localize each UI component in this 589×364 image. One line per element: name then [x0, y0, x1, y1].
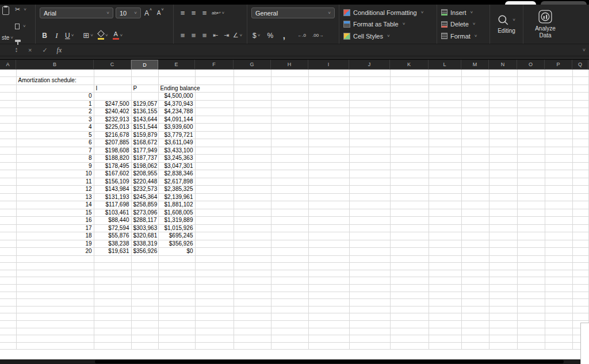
cell[interactable]: $273,096	[131, 209, 158, 217]
cell[interactable]	[572, 124, 588, 132]
cell[interactable]	[545, 299, 572, 306]
cell[interactable]	[349, 277, 390, 285]
cell[interactable]	[429, 224, 461, 232]
cell[interactable]	[390, 217, 429, 225]
cell[interactable]: $88,440	[94, 217, 131, 225]
percent-button[interactable]: %	[265, 30, 275, 41]
cell[interactable]	[390, 147, 429, 155]
cell[interactable]	[234, 124, 271, 132]
column-header-Q[interactable]: Q	[572, 60, 588, 70]
cell[interactable]	[572, 93, 588, 101]
cell[interactable]	[545, 277, 572, 285]
cell[interactable]	[271, 335, 308, 343]
cell[interactable]	[489, 299, 517, 306]
cell[interactable]	[271, 328, 308, 335]
cell[interactable]	[461, 131, 489, 139]
cell[interactable]	[158, 299, 195, 306]
cell[interactable]	[517, 201, 545, 209]
cell[interactable]	[234, 209, 271, 217]
cell[interactable]	[429, 255, 461, 263]
cell[interactable]	[271, 270, 308, 277]
cell[interactable]: $19,631	[94, 248, 131, 256]
cell[interactable]: $356,926	[158, 240, 195, 248]
cell[interactable]: $232,573	[131, 186, 158, 194]
cell[interactable]	[461, 209, 489, 217]
cell[interactable]: $156,109	[94, 178, 131, 186]
cell[interactable]	[0, 131, 16, 139]
copy-button[interactable]: ˅	[15, 24, 33, 29]
cut-button[interactable]: ✂˅	[15, 6, 33, 13]
cell[interactable]	[517, 313, 545, 321]
cell[interactable]	[195, 209, 234, 217]
cell[interactable]	[158, 255, 195, 263]
cell[interactable]	[195, 93, 234, 101]
cell[interactable]	[0, 162, 16, 170]
cell[interactable]	[308, 100, 349, 108]
cell[interactable]	[489, 108, 517, 116]
cell[interactable]	[572, 178, 588, 186]
cell[interactable]	[195, 240, 234, 248]
cell[interactable]	[349, 232, 390, 240]
cell[interactable]	[234, 217, 271, 225]
cell[interactable]	[429, 85, 461, 93]
cell[interactable]	[308, 270, 349, 277]
cell[interactable]	[234, 178, 271, 186]
cell[interactable]	[131, 328, 158, 335]
cell[interactable]	[517, 248, 545, 256]
enter-button[interactable]: ✓	[42, 47, 47, 54]
column-header-M[interactable]: M	[461, 60, 489, 70]
cell[interactable]	[0, 240, 16, 248]
column-header-I[interactable]: I	[308, 60, 349, 70]
cell[interactable]	[390, 224, 429, 232]
cell[interactable]	[308, 147, 349, 155]
cell[interactable]	[308, 85, 349, 93]
cell[interactable]	[271, 224, 308, 232]
cell[interactable]	[234, 277, 271, 285]
column-header-N[interactable]: N	[489, 60, 517, 70]
cell[interactable]	[429, 131, 461, 139]
cell[interactable]	[517, 306, 545, 313]
cell[interactable]: $232,913	[94, 116, 131, 124]
cell[interactable]	[572, 116, 588, 124]
cell[interactable]	[572, 255, 588, 263]
cell[interactable]	[545, 85, 572, 93]
cell[interactable]: $2,838,346	[158, 170, 195, 178]
wrap-text-button[interactable]: ab↩˅	[211, 7, 225, 18]
cell[interactable]	[158, 263, 195, 270]
cell[interactable]	[349, 155, 390, 163]
cell[interactable]	[158, 313, 195, 321]
cell[interactable]	[545, 209, 572, 217]
cell[interactable]	[517, 147, 545, 155]
cell[interactable]	[0, 284, 16, 292]
cell[interactable]	[234, 139, 271, 147]
cell[interactable]	[195, 306, 234, 313]
cell[interactable]	[572, 263, 588, 270]
cell[interactable]	[517, 270, 545, 277]
cell[interactable]	[429, 263, 461, 270]
cell[interactable]	[390, 240, 429, 248]
cell[interactable]	[461, 116, 489, 124]
format-painter-button[interactable]	[15, 40, 33, 42]
cell[interactable]: Ending balance	[158, 85, 195, 93]
cell[interactable]	[572, 217, 588, 225]
cell[interactable]	[271, 178, 308, 186]
cell[interactable]	[271, 77, 308, 85]
cell[interactable]	[545, 124, 572, 132]
cell[interactable]	[517, 255, 545, 263]
cell[interactable]	[572, 232, 588, 240]
cell[interactable]	[195, 116, 234, 124]
cell[interactable]: $143,644	[131, 116, 158, 124]
cell[interactable]	[349, 240, 390, 248]
cell[interactable]: 6	[16, 139, 94, 147]
cell[interactable]	[195, 139, 234, 147]
cell[interactable]	[308, 328, 349, 335]
cell[interactable]	[131, 255, 158, 263]
cancel-button[interactable]: ×	[28, 47, 32, 53]
cell[interactable]	[234, 255, 271, 263]
cell[interactable]	[16, 270, 94, 277]
cell[interactable]	[461, 342, 489, 350]
cell[interactable]	[16, 85, 94, 93]
cell[interactable]	[0, 100, 16, 108]
cell[interactable]	[195, 217, 234, 225]
column-header-O[interactable]: O	[517, 60, 545, 70]
